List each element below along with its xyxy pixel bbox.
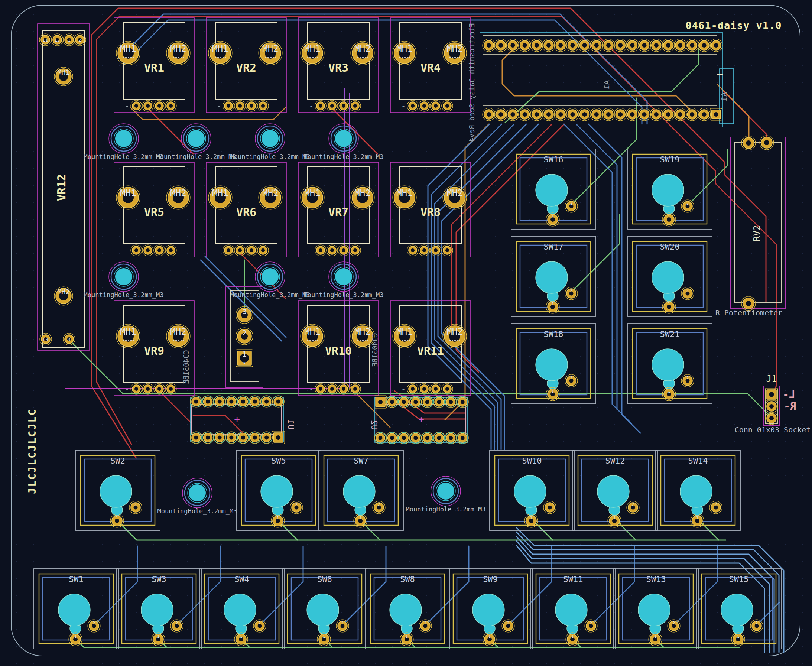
pad-row-bottom[interactable] <box>698 108 711 121</box>
pad-1[interactable] <box>131 245 142 256</box>
footprint-vr6[interactable]: MH1MH2VR6- <box>206 162 287 257</box>
pad-row-bottom[interactable] <box>650 108 663 121</box>
footprint-j1[interactable]: J1L-R-Conn_01x03_Socket <box>735 374 811 434</box>
pad-4[interactable] <box>165 383 176 394</box>
pad-row-bottom[interactable] <box>626 108 639 121</box>
pad-1-square[interactable] <box>272 431 285 444</box>
pad[interactable] <box>226 396 237 407</box>
pad-4[interactable] <box>349 383 361 394</box>
copper-trace[interactable] <box>343 546 386 625</box>
pad-row-top[interactable] <box>650 39 663 52</box>
pad-row-top[interactable] <box>710 39 723 52</box>
pad-1[interactable] <box>223 100 234 111</box>
pad-3[interactable] <box>765 412 778 425</box>
footprint-sw1[interactable]: SW112 <box>34 569 119 649</box>
footprint-sw3[interactable]: SW312 <box>117 569 201 649</box>
pad-row-top[interactable] <box>494 39 507 52</box>
pad[interactable] <box>190 396 202 407</box>
pad-2[interactable] <box>142 383 153 394</box>
pad-4[interactable] <box>349 100 361 111</box>
footprint-vr3[interactable]: MH1MH2VR3- <box>298 18 379 112</box>
copper-trace[interactable] <box>160 391 192 424</box>
mounting-hole[interactable]: MountingHole_3.2mm_M3 <box>406 476 486 513</box>
pad-2[interactable] <box>759 135 774 150</box>
pad-row-bottom[interactable] <box>662 108 675 121</box>
copper-trace[interactable] <box>508 546 552 625</box>
pad-1[interactable] <box>315 383 326 394</box>
pad-row-bottom[interactable] <box>530 108 543 121</box>
pad[interactable] <box>202 396 214 407</box>
pad-row-bottom[interactable] <box>590 108 603 121</box>
pad-row-bottom[interactable] <box>566 108 579 121</box>
pad[interactable] <box>261 432 273 443</box>
pad-row-top[interactable] <box>662 39 675 52</box>
pad-3[interactable] <box>154 383 165 394</box>
footprint-sw18[interactable]: SW1812 <box>511 323 596 404</box>
footprint-sw7[interactable]: SW712 <box>319 450 404 531</box>
pad-2[interactable] <box>326 245 338 256</box>
mounting-hole[interactable]: MountingHole_3.2mm_M3 <box>84 262 164 298</box>
pad[interactable] <box>261 396 273 407</box>
pad-row-top[interactable] <box>566 39 579 52</box>
footprint-sw9[interactable]: SW912 <box>448 569 533 649</box>
mounting-hole[interactable]: MountingHole_3.2mm_M3 <box>304 124 384 160</box>
copper-trace[interactable] <box>425 546 469 625</box>
pad-row-top[interactable] <box>590 39 603 52</box>
pad-row-top[interactable] <box>506 39 519 52</box>
copper-trace[interactable] <box>674 546 717 625</box>
pad[interactable] <box>456 396 468 408</box>
pad[interactable] <box>374 432 386 444</box>
pad-2[interactable] <box>418 100 430 111</box>
footprint-sw6[interactable]: SW612 <box>282 569 367 649</box>
footprint-sw16[interactable]: SW1612 <box>511 149 596 229</box>
pad-row-top[interactable] <box>519 39 531 52</box>
pad[interactable] <box>237 432 249 443</box>
pad-row-bottom[interactable] <box>578 108 591 121</box>
footprint-sw13[interactable]: SW1312 <box>614 569 698 649</box>
footprint-vr1[interactable]: MH1MH2VR1- <box>114 18 194 112</box>
pad[interactable] <box>214 396 226 407</box>
pad-1[interactable] <box>223 245 234 256</box>
pad-row-bottom[interactable] <box>519 108 531 121</box>
mounting-hole[interactable]: MountingHole_3.2mm_M3 <box>84 124 164 160</box>
pad[interactable] <box>398 432 410 444</box>
footprint-vr8[interactable]: MH1MH2VR8- <box>390 162 471 257</box>
footprint-rv2[interactable]: RV2R_Potentiometer <box>715 135 786 317</box>
pad-2[interactable] <box>765 400 778 413</box>
pad-2[interactable] <box>234 100 245 111</box>
pad-row-top[interactable] <box>674 39 687 52</box>
mounting-hole[interactable]: MountingHole_3.2mm_M3 <box>304 262 384 298</box>
copper-trace[interactable] <box>177 546 220 625</box>
mounting-hole[interactable]: MountingHole_3.2mm_M3 <box>230 262 310 298</box>
footprint-vr7[interactable]: MH1MH2VR7- <box>298 162 379 257</box>
pad-row-top[interactable] <box>602 39 615 52</box>
footprint-sw19[interactable]: SW1912 <box>628 149 712 229</box>
pad-2[interactable] <box>326 383 338 394</box>
footprint-sw21[interactable]: SW2112 <box>628 323 712 404</box>
pad-row-bottom[interactable] <box>686 108 698 121</box>
footprint-vr5[interactable]: MH1MH2VR5- <box>114 162 194 257</box>
pad-row-bottom[interactable] <box>554 108 567 121</box>
pad-1-square[interactable] <box>374 396 387 408</box>
pad-4[interactable] <box>349 245 361 256</box>
pad-1[interactable] <box>407 245 418 256</box>
pad[interactable] <box>386 396 398 408</box>
mounting-hole[interactable]: MountingHole_3.2mm_M3 <box>230 124 310 160</box>
footprint-sw2[interactable]: SW212 <box>76 450 160 531</box>
pad-2[interactable] <box>326 100 338 111</box>
copper-trace[interactable] <box>119 14 647 124</box>
pad-row-bottom[interactable] <box>674 108 687 121</box>
pad-4[interactable] <box>257 245 268 256</box>
footprint-sw14[interactable]: SW1412 <box>656 450 740 531</box>
pad-3[interactable] <box>154 245 165 256</box>
pad[interactable] <box>445 432 457 444</box>
pad-2[interactable] <box>418 245 430 256</box>
pad[interactable] <box>214 432 226 443</box>
pad[interactable] <box>445 396 457 408</box>
footprint-vr10[interactable]: MH1MH2VR10- <box>298 301 379 396</box>
pad[interactable] <box>433 432 445 444</box>
pad-1[interactable] <box>407 100 418 111</box>
pad-row-top[interactable] <box>530 39 543 52</box>
pad-3[interactable] <box>246 245 257 256</box>
pad-2[interactable] <box>142 100 153 111</box>
